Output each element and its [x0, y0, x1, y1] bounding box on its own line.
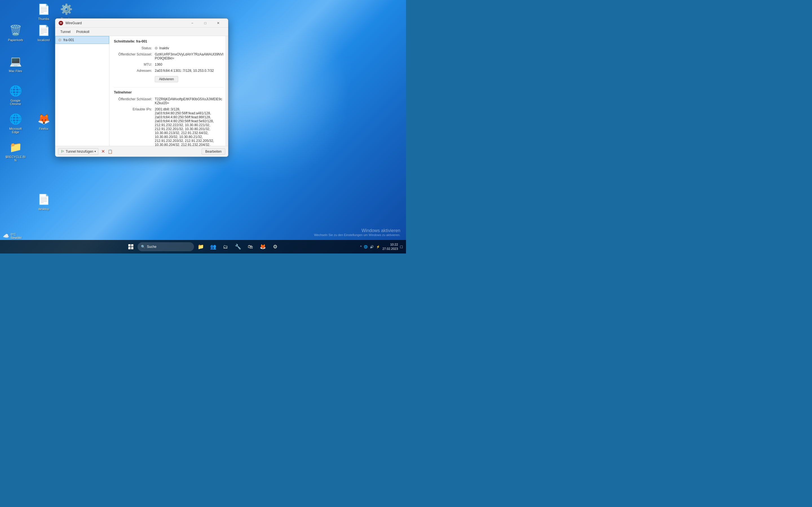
tunnel-status-dot [58, 39, 61, 41]
public-key-value: GztKUrRF3mxOVyLdAhY7RzAaAWAUl39NVlPO9QtE… [155, 52, 223, 60]
allowed-ips-row: Erlaubte IPs: 2001:db8::3/128, 2a03:fc84… [114, 107, 223, 146]
edge-label: Microsoft Edge [5, 127, 26, 134]
menu-bar: Tunnel Protokoll [55, 27, 228, 36]
peer-public-key-value: T2ZR6jKDAWvoftpE/tKF80bG5XoJlJWElE9cKZku… [155, 97, 223, 105]
scrollbar[interactable] [225, 36, 228, 146]
activate-button[interactable]: Aktivieren [155, 76, 178, 82]
addresses-value: 2a03:fc84:4:1301::7/128, 10.253.0.7/32 [155, 69, 223, 73]
add-tunnel-label: Tunnel hinzufügen [66, 150, 93, 154]
taskbar-tool1-button[interactable]: 🔧 [232, 241, 244, 252]
desktop-icon-ds-store[interactable]: 📄 Thumbs [33, 1, 55, 22]
search-icon: 🔍 [141, 245, 145, 249]
maximize-button[interactable]: □ [199, 18, 212, 27]
network-icon[interactable]: 🌐 [364, 245, 368, 249]
desktop-file-label: desktop [38, 207, 49, 211]
clock-date: 27.02.2023 [382, 247, 398, 251]
system-tray: ^ 🌐 🔊 ⚡ 10:22 27.02.2023 □ [360, 242, 403, 251]
teilnehmer-title: Teilnehmer [114, 91, 223, 94]
public-key-row: Öffentlicher Schlüssel: GztKUrRF3mxOVyLd… [114, 52, 223, 60]
search-bar[interactable]: 🔍 Suche [138, 242, 194, 251]
tunnel-item-fra001[interactable]: fra-001 [55, 36, 109, 44]
volume-icon[interactable]: 🔊 [370, 245, 374, 249]
taskbar-firefox-taskbar-button[interactable]: 🦊 [257, 241, 268, 252]
mtu-value: 1360 [155, 62, 223, 66]
battery-icon[interactable]: ⚡ [376, 245, 380, 249]
watermark-sub: Wechseln Sie zu den Einstellungen um Win… [314, 233, 400, 237]
search-label: Suche [147, 245, 156, 249]
taskbar-files-button[interactable]: 📁 [195, 241, 206, 252]
windows-logo-icon [128, 244, 133, 249]
desktop: 📄 Thumbs ⚙️ Thumbs 🗑️ Papierkorb 📄 local… [0, 0, 406, 253]
edge-icon: 🌐 [10, 112, 21, 126]
weather-temp: 0°C [11, 233, 22, 236]
weather-info: 0°C Bewölkt [11, 233, 22, 239]
window-title-text: WireGuard [65, 21, 82, 25]
taskbar-store-button[interactable]: 🛍 [245, 241, 256, 252]
taskbar-teams-button[interactable]: 👥 [207, 241, 219, 252]
notification-icon[interactable]: □ [400, 244, 403, 249]
desktop-icon-desktop[interactable]: 📄 desktop [33, 191, 55, 212]
status-value: Inaktiv [155, 46, 223, 50]
wireguard-logo: W [59, 21, 63, 25]
windows-watermark: Windows aktivieren Wechseln Sie zu den E… [314, 228, 400, 237]
window-title-content: W WireGuard [59, 21, 186, 25]
localized-icon: 📄 [38, 24, 49, 37]
svg-rect-3 [131, 247, 133, 249]
mac-files-icon: 💻 [10, 55, 21, 68]
srecycle-label: $RECYCLE.BIN [5, 155, 26, 162]
mtu-row: MTU: 1360 [114, 62, 223, 66]
edit-button[interactable]: Bearbeiten [202, 149, 225, 155]
localized-label: localized [38, 38, 50, 42]
status-label: Status: [114, 46, 155, 50]
desktop-icon-chrome[interactable]: 🌐 Google Chrome [4, 83, 27, 107]
wireguard-window: W WireGuard − □ ✕ Tunnel Protokoll fra-0… [55, 18, 229, 157]
svg-rect-1 [131, 244, 133, 246]
allowed-ips-label: Erlaubte IPs: [114, 107, 155, 146]
menu-protokoll[interactable]: Protokoll [73, 29, 92, 35]
window-body: fra-001 Schnittstelle: fra-001 Status: I… [55, 36, 228, 146]
taskbar-explorer-button[interactable]: 🗂 [220, 241, 231, 252]
watermark-main: Windows aktivieren [314, 228, 400, 233]
mac-files-label: Mac Files [9, 69, 22, 73]
taskbar-settings-button[interactable]: ⚙ [269, 241, 281, 252]
srecycle-icon: 📁 [10, 140, 21, 154]
addresses-label: Adressen: [114, 69, 155, 73]
addresses-row: Adressen: 2a03:fc84:4:1301::7/128, 10.25… [114, 69, 223, 73]
desktop-file-icon: 📄 [38, 193, 49, 206]
window-titlebar: W WireGuard − □ ✕ [55, 18, 228, 27]
action-icons: ✕ 📋 [100, 148, 114, 155]
detail-panel: Schnittstelle: fra-001 Status: Inaktiv Ö… [109, 36, 228, 146]
start-button[interactable] [125, 241, 137, 252]
desktop-icon-edge[interactable]: 🌐 Microsoft Edge [4, 111, 27, 135]
status-text: Inaktiv [159, 46, 169, 50]
papierkorb-icon: 🗑️ [10, 24, 21, 37]
ds-store-label: Thumbs [38, 17, 49, 20]
minimize-button[interactable]: − [186, 18, 199, 27]
close-button[interactable]: ✕ [212, 18, 225, 27]
status-row: Status: Inaktiv [114, 46, 223, 50]
delete-icon[interactable]: ✕ [100, 148, 106, 155]
clock[interactable]: 10:22 27.02.2023 [382, 242, 398, 251]
clock-time: 10:22 [382, 242, 398, 247]
export-icon[interactable]: 📋 [107, 149, 114, 154]
desktop-icon-srecycle[interactable]: 📁 $RECYCLE.BIN [4, 139, 27, 163]
desktop-icon-papierkorb[interactable]: 🗑️ Papierkorb [4, 22, 27, 43]
weather-condition: Bewölkt [11, 236, 22, 239]
window-bottom: 🏳 Tunnel hinzufügen ✕ 📋 Bearbeiten [55, 146, 228, 157]
desktop-icon-mac-files[interactable]: 💻 Mac Files [4, 54, 27, 74]
window-controls: − □ ✕ [186, 18, 225, 27]
add-tunnel-button[interactable]: 🏳 Tunnel hinzufügen [58, 148, 98, 155]
weather-widget: ☁️ 0°C Bewölkt [3, 233, 22, 239]
tray-chevron-icon[interactable]: ^ [360, 245, 362, 248]
svg-rect-0 [128, 244, 131, 246]
interface-title: Schnittstelle: fra-001 [114, 40, 223, 43]
mtu-label: MTU: [114, 62, 155, 66]
ds-store-icon: 📄 [38, 3, 49, 16]
svg-rect-2 [128, 247, 131, 249]
thumbs-icon: ⚙️ [61, 3, 72, 16]
desktop-icon-firefox[interactable]: 🦊 Firefox [33, 111, 55, 131]
menu-tunnel[interactable]: Tunnel [57, 29, 73, 35]
desktop-icon-localized[interactable]: 📄 localized [33, 22, 55, 43]
chrome-label: Google Chrome [5, 99, 26, 106]
peer-public-key-row: Öffentlicher Schlüssel: T2ZR6jKDAWvoftpE… [114, 97, 223, 105]
